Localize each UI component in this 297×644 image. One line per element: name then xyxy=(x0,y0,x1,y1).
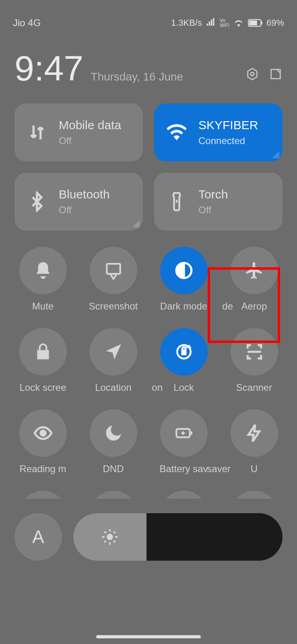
scanner-icon xyxy=(244,342,264,362)
mobile-data-tile[interactable]: Mobile data Off xyxy=(14,103,143,161)
bluetooth-icon xyxy=(27,191,47,212)
svg-rect-1 xyxy=(250,21,257,25)
auto-brightness-button[interactable]: A xyxy=(14,513,62,561)
airplane-prefix-label: de xyxy=(217,301,233,312)
svg-rect-9 xyxy=(182,350,185,354)
svg-line-23 xyxy=(105,532,106,533)
signal-icon xyxy=(206,18,216,28)
scanner-toggle[interactable]: Scanner xyxy=(226,328,283,393)
toggles-row-2: Lock scree Location Lock on Scanner xyxy=(0,312,297,393)
gesture-nav-bar[interactable] xyxy=(96,635,201,638)
lock-icon xyxy=(33,342,53,362)
rotation-lock-icon xyxy=(174,342,194,362)
reading-mode-toggle[interactable]: Reading m xyxy=(14,409,71,475)
bell-icon xyxy=(33,260,53,281)
moon-icon xyxy=(103,423,124,443)
location-arrow-icon xyxy=(103,342,124,362)
torch-label: Torch xyxy=(198,188,228,201)
clock-time: 9:47 xyxy=(14,51,83,86)
mobile-data-icon xyxy=(27,122,47,143)
battery-percent: 69% xyxy=(266,18,284,28)
mute-label: Mute xyxy=(32,301,54,312)
ultra-label: U xyxy=(251,463,258,475)
svg-point-18 xyxy=(107,534,113,540)
status-right-cluster: 1.3KB/s Vo WiFi 69% xyxy=(171,18,284,28)
airplane-icon xyxy=(244,260,264,281)
scissors-icon xyxy=(103,260,124,281)
partial-toggle-3[interactable] xyxy=(160,491,208,499)
toggles-row-1: Mute Screenshot Dark mode Aerop de xyxy=(0,231,297,312)
scanner-label: Scanner xyxy=(236,382,272,393)
ultra-saver-toggle[interactable]: U saver xyxy=(226,409,283,475)
screenshot-label: Screenshot xyxy=(89,301,138,312)
torch-status: Off xyxy=(198,204,228,216)
airplane-label: Aerop xyxy=(241,301,267,312)
rotation-lock-label: Lock xyxy=(173,382,194,393)
partial-toggle-1[interactable] xyxy=(19,491,67,499)
vowifi-label: Vo WiFi xyxy=(220,18,229,28)
settings-gear-icon[interactable] xyxy=(245,67,259,81)
wifi-label: SKYFIBER xyxy=(198,118,258,132)
svg-marker-3 xyxy=(248,68,257,80)
lock-screen-label: Lock scree xyxy=(19,382,66,393)
edit-icon[interactable] xyxy=(269,67,283,81)
expand-corner-icon xyxy=(132,220,140,227)
panel-header: 9:47 Thursday, 16 June xyxy=(0,36,297,91)
svg-rect-6 xyxy=(107,264,120,274)
large-tiles-grid: Mobile data Off SKYFIBER Connected Bluet… xyxy=(0,91,297,231)
expand-corner-icon xyxy=(272,151,279,158)
dnd-toggle[interactable]: DND xyxy=(85,409,142,475)
location-label: Location xyxy=(95,382,132,393)
location-toggle[interactable]: Location xyxy=(85,328,142,393)
battery-saver-toggle[interactable]: Battery sav xyxy=(155,409,212,475)
sun-icon xyxy=(101,528,119,546)
mute-toggle[interactable]: Mute xyxy=(14,247,71,312)
status-bar: Jio 4G 1.3KB/s Vo WiFi 69% xyxy=(0,0,297,36)
battery-plus-icon xyxy=(174,423,194,443)
network-speed: 1.3KB/s xyxy=(171,18,202,28)
svg-line-26 xyxy=(114,532,116,533)
dark-mode-toggle[interactable]: Dark mode xyxy=(155,247,212,312)
torch-icon xyxy=(166,191,187,212)
mobile-data-label: Mobile data xyxy=(59,118,121,132)
wifi-status-icon xyxy=(233,18,244,28)
battery-icon xyxy=(248,19,262,27)
svg-line-25 xyxy=(105,541,106,543)
eye-icon xyxy=(33,423,53,443)
ultra-prefix-label: saver xyxy=(206,463,231,475)
mobile-data-status: Off xyxy=(59,135,121,147)
svg-line-24 xyxy=(114,541,116,543)
bluetooth-label: Bluetooth xyxy=(59,188,110,201)
reading-label: Reading m xyxy=(19,463,66,475)
wifi-tile[interactable]: SKYFIBER Connected xyxy=(154,103,283,161)
wifi-status: Connected xyxy=(198,135,258,147)
partial-toggle-4[interactable] xyxy=(231,491,278,499)
rotation-lock-toggle[interactable]: Lock on xyxy=(155,328,212,393)
carrier-label: Jio 4G xyxy=(13,17,41,29)
wifi-icon xyxy=(166,122,187,143)
lock-screen-toggle[interactable]: Lock scree xyxy=(14,328,71,393)
partial-toggle-2[interactable] xyxy=(90,491,137,499)
bluetooth-status: Off xyxy=(59,204,110,216)
svg-point-4 xyxy=(251,72,254,76)
airplane-toggle[interactable]: Aerop de xyxy=(226,247,283,312)
brightness-slider[interactable] xyxy=(73,513,283,561)
dark-mode-label: Dark mode xyxy=(160,301,207,312)
dnd-label: DND xyxy=(103,463,124,475)
torch-tile[interactable]: Torch Off xyxy=(154,173,283,231)
battery-saver-label: Battery sav xyxy=(159,463,208,475)
brightness-row: A xyxy=(0,499,297,561)
bolt-icon xyxy=(244,423,264,443)
bluetooth-tile[interactable]: Bluetooth Off xyxy=(14,173,143,231)
toggles-row-3: Reading m DND Battery sav U saver xyxy=(0,393,297,475)
toggles-row-4-partial xyxy=(0,475,297,499)
dark-mode-icon xyxy=(174,260,194,281)
svg-point-10 xyxy=(40,431,45,436)
svg-rect-2 xyxy=(262,21,262,24)
rotation-prefix-label: on xyxy=(146,382,163,393)
clock-date: Thursday, 16 June xyxy=(91,70,183,87)
screenshot-toggle[interactable]: Screenshot xyxy=(85,247,142,312)
